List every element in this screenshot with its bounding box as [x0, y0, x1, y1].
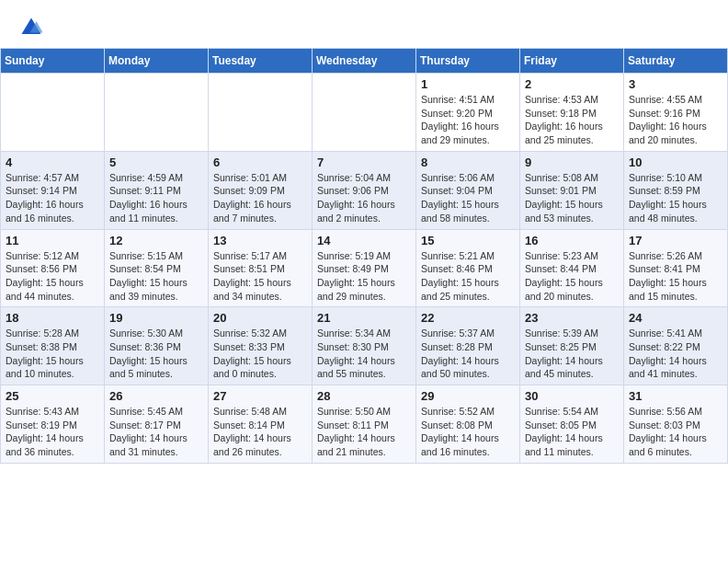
calendar-cell: 25Sunrise: 5:43 AM Sunset: 8:19 PM Dayli… — [1, 385, 105, 464]
calendar-week-row: 1Sunrise: 4:51 AM Sunset: 9:20 PM Daylig… — [1, 74, 728, 152]
day-info: Sunrise: 5:23 AM Sunset: 8:44 PM Dayligh… — [525, 249, 619, 304]
calendar-cell: 6Sunrise: 5:01 AM Sunset: 9:09 PM Daylig… — [209, 151, 313, 229]
calendar-cell: 29Sunrise: 5:52 AM Sunset: 8:08 PM Dayli… — [416, 385, 520, 464]
calendar-cell: 17Sunrise: 5:26 AM Sunset: 8:41 PM Dayli… — [624, 229, 728, 307]
day-number: 8 — [421, 155, 515, 169]
day-info: Sunrise: 5:10 AM Sunset: 8:59 PM Dayligh… — [629, 171, 722, 225]
day-number: 9 — [525, 155, 619, 169]
day-info: Sunrise: 4:53 AM Sunset: 9:18 PM Dayligh… — [525, 93, 619, 147]
day-number: 2 — [525, 77, 619, 91]
day-number: 10 — [629, 155, 722, 169]
day-number: 18 — [6, 311, 99, 325]
day-info: Sunrise: 5:43 AM Sunset: 8:19 PM Dayligh… — [6, 405, 99, 459]
day-number: 23 — [525, 311, 619, 325]
day-info: Sunrise: 4:51 AM Sunset: 9:20 PM Dayligh… — [421, 93, 515, 147]
day-info: Sunrise: 5:30 AM Sunset: 8:36 PM Dayligh… — [109, 327, 203, 381]
day-number: 17 — [629, 234, 722, 247]
day-info: Sunrise: 5:28 AM Sunset: 8:38 PM Dayligh… — [6, 327, 99, 381]
calendar-header-cell: Friday — [520, 49, 624, 74]
day-info: Sunrise: 5:45 AM Sunset: 8:17 PM Dayligh… — [109, 405, 203, 459]
calendar-week-row: 18Sunrise: 5:28 AM Sunset: 8:38 PM Dayli… — [1, 307, 728, 385]
calendar-cell: 20Sunrise: 5:32 AM Sunset: 8:33 PM Dayli… — [209, 307, 313, 385]
day-number: 21 — [317, 311, 411, 325]
calendar-cell: 9Sunrise: 5:08 AM Sunset: 9:01 PM Daylig… — [520, 151, 624, 229]
calendar-cell: 15Sunrise: 5:21 AM Sunset: 8:46 PM Dayli… — [416, 229, 520, 307]
calendar-cell: 10Sunrise: 5:10 AM Sunset: 8:59 PM Dayli… — [624, 151, 728, 229]
day-number: 22 — [421, 311, 515, 325]
calendar-cell — [209, 74, 313, 152]
calendar-cell: 3Sunrise: 4:55 AM Sunset: 9:16 PM Daylig… — [624, 74, 728, 152]
day-info: Sunrise: 5:01 AM Sunset: 9:09 PM Dayligh… — [213, 171, 307, 225]
day-number: 28 — [317, 389, 411, 403]
day-info: Sunrise: 5:04 AM Sunset: 9:06 PM Dayligh… — [317, 171, 411, 225]
day-number: 13 — [213, 234, 307, 247]
calendar-cell: 27Sunrise: 5:48 AM Sunset: 8:14 PM Dayli… — [209, 385, 313, 464]
day-number: 11 — [6, 234, 99, 247]
day-number: 29 — [421, 389, 515, 403]
day-info: Sunrise: 5:19 AM Sunset: 8:49 PM Dayligh… — [317, 249, 411, 304]
day-number: 24 — [629, 311, 722, 325]
calendar-cell: 13Sunrise: 5:17 AM Sunset: 8:51 PM Dayli… — [209, 229, 313, 307]
day-info: Sunrise: 5:39 AM Sunset: 8:25 PM Dayligh… — [525, 327, 619, 381]
calendar-cell — [105, 74, 209, 152]
day-number: 16 — [525, 234, 619, 247]
calendar-cell: 21Sunrise: 5:34 AM Sunset: 8:30 PM Dayli… — [313, 307, 416, 385]
calendar-cell: 26Sunrise: 5:45 AM Sunset: 8:17 PM Dayli… — [105, 385, 209, 464]
calendar-header-cell: Saturday — [624, 49, 728, 74]
day-info: Sunrise: 5:50 AM Sunset: 8:11 PM Dayligh… — [317, 405, 411, 459]
calendar-cell: 19Sunrise: 5:30 AM Sunset: 8:36 PM Dayli… — [105, 307, 209, 385]
day-number: 12 — [109, 234, 203, 247]
day-info: Sunrise: 5:37 AM Sunset: 8:28 PM Dayligh… — [421, 327, 515, 381]
calendar-cell: 23Sunrise: 5:39 AM Sunset: 8:25 PM Dayli… — [520, 307, 624, 385]
day-number: 6 — [213, 155, 307, 169]
day-info: Sunrise: 5:17 AM Sunset: 8:51 PM Dayligh… — [213, 249, 307, 304]
day-number: 31 — [629, 389, 722, 403]
calendar-cell — [313, 74, 416, 152]
day-info: Sunrise: 5:56 AM Sunset: 8:03 PM Dayligh… — [629, 405, 722, 459]
calendar-week-row: 11Sunrise: 5:12 AM Sunset: 8:56 PM Dayli… — [1, 229, 728, 307]
calendar-cell — [1, 74, 105, 152]
day-info: Sunrise: 5:08 AM Sunset: 9:01 PM Dayligh… — [525, 171, 619, 225]
calendar-cell: 18Sunrise: 5:28 AM Sunset: 8:38 PM Dayli… — [1, 307, 105, 385]
calendar-cell: 12Sunrise: 5:15 AM Sunset: 8:54 PM Dayli… — [105, 229, 209, 307]
logo-icon — [18, 15, 44, 40]
calendar-cell: 8Sunrise: 5:06 AM Sunset: 9:04 PM Daylig… — [416, 151, 520, 229]
day-number: 27 — [213, 389, 307, 403]
calendar-cell: 5Sunrise: 4:59 AM Sunset: 9:11 PM Daylig… — [105, 151, 209, 229]
day-info: Sunrise: 4:55 AM Sunset: 9:16 PM Dayligh… — [629, 93, 722, 147]
day-info: Sunrise: 5:34 AM Sunset: 8:30 PM Dayligh… — [317, 327, 411, 381]
day-number: 1 — [421, 77, 515, 91]
day-info: Sunrise: 5:21 AM Sunset: 8:46 PM Dayligh… — [421, 249, 515, 304]
day-number: 5 — [109, 155, 203, 169]
day-info: Sunrise: 4:57 AM Sunset: 9:14 PM Dayligh… — [6, 171, 99, 225]
header — [0, 0, 728, 48]
day-number: 14 — [317, 234, 411, 247]
calendar-cell: 30Sunrise: 5:54 AM Sunset: 8:05 PM Dayli… — [520, 385, 624, 464]
day-number: 30 — [525, 389, 619, 403]
day-number: 26 — [109, 389, 203, 403]
calendar-cell: 7Sunrise: 5:04 AM Sunset: 9:06 PM Daylig… — [313, 151, 416, 229]
calendar-cell: 14Sunrise: 5:19 AM Sunset: 8:49 PM Dayli… — [313, 229, 416, 307]
calendar-cell: 28Sunrise: 5:50 AM Sunset: 8:11 PM Dayli… — [313, 385, 416, 464]
day-info: Sunrise: 5:54 AM Sunset: 8:05 PM Dayligh… — [525, 405, 619, 459]
calendar-header-cell: Thursday — [416, 49, 520, 74]
calendar-week-row: 25Sunrise: 5:43 AM Sunset: 8:19 PM Dayli… — [1, 385, 728, 464]
day-info: Sunrise: 5:26 AM Sunset: 8:41 PM Dayligh… — [629, 249, 722, 304]
calendar-cell: 4Sunrise: 4:57 AM Sunset: 9:14 PM Daylig… — [1, 151, 105, 229]
calendar-header-row: SundayMondayTuesdayWednesdayThursdayFrid… — [1, 49, 728, 74]
day-info: Sunrise: 5:12 AM Sunset: 8:56 PM Dayligh… — [6, 249, 99, 304]
calendar-week-row: 4Sunrise: 4:57 AM Sunset: 9:14 PM Daylig… — [1, 151, 728, 229]
calendar-cell: 2Sunrise: 4:53 AM Sunset: 9:18 PM Daylig… — [520, 74, 624, 152]
calendar-cell: 1Sunrise: 4:51 AM Sunset: 9:20 PM Daylig… — [416, 74, 520, 152]
day-number: 4 — [6, 155, 99, 169]
day-info: Sunrise: 5:41 AM Sunset: 8:22 PM Dayligh… — [629, 327, 722, 381]
calendar-header-cell: Wednesday — [313, 49, 416, 74]
day-number: 19 — [109, 311, 203, 325]
day-info: Sunrise: 5:48 AM Sunset: 8:14 PM Dayligh… — [213, 405, 307, 459]
day-info: Sunrise: 4:59 AM Sunset: 9:11 PM Dayligh… — [109, 171, 203, 225]
calendar-cell: 31Sunrise: 5:56 AM Sunset: 8:03 PM Dayli… — [624, 385, 728, 464]
calendar-cell: 11Sunrise: 5:12 AM Sunset: 8:56 PM Dayli… — [1, 229, 105, 307]
calendar-table: SundayMondayTuesdayWednesdayThursdayFrid… — [0, 48, 728, 464]
day-number: 20 — [213, 311, 307, 325]
day-number: 15 — [421, 234, 515, 247]
